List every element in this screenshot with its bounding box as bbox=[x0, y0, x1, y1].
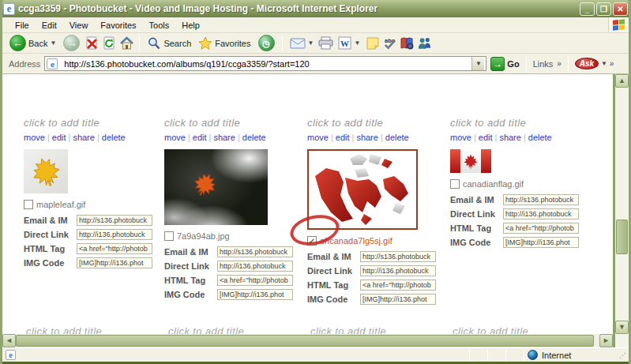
item-title[interactable]: click to add title bbox=[307, 117, 443, 129]
action-delete[interactable]: delete bbox=[102, 133, 126, 142]
back-label: Back bbox=[28, 39, 47, 48]
direct-link-input[interactable]: http://i136.photobuck bbox=[77, 229, 152, 240]
edit-with-word-button[interactable]: W ▼ bbox=[336, 36, 362, 51]
direct-link-input[interactable]: http://i136.photobuck bbox=[360, 265, 436, 276]
item-title[interactable]: click to add title bbox=[450, 117, 586, 129]
minimize-button[interactable]: _ bbox=[580, 2, 595, 16]
menu-favorites[interactable]: Favorites bbox=[94, 19, 142, 32]
img-code-input[interactable]: [IMG]http://i136.phot bbox=[217, 289, 293, 300]
menu-view[interactable]: View bbox=[63, 19, 95, 32]
forward-button[interactable]: → bbox=[61, 34, 82, 52]
img-code-input[interactable]: [IMG]http://i136.phot bbox=[360, 294, 436, 305]
print-icon bbox=[318, 36, 333, 50]
action-share[interactable]: share bbox=[73, 133, 95, 142]
direct-link-input[interactable]: http://i136.photobuck bbox=[217, 261, 293, 272]
notes-button[interactable] bbox=[365, 36, 380, 51]
links-label[interactable]: Links bbox=[533, 59, 554, 69]
links-chevron-icon[interactable]: » bbox=[557, 59, 562, 68]
action-share[interactable]: share bbox=[356, 133, 378, 142]
html-tag-input[interactable]: <a href="http://photob bbox=[77, 243, 152, 254]
next-row-title[interactable]: click to add title bbox=[26, 325, 102, 334]
html-tag-input[interactable]: <a href="http://photob bbox=[217, 275, 293, 286]
print-button[interactable] bbox=[318, 36, 333, 51]
orange-leaf-icon bbox=[191, 170, 220, 198]
select-checkbox[interactable] bbox=[164, 231, 174, 241]
mail-dropdown-icon[interactable]: ▼ bbox=[308, 39, 314, 47]
research-button[interactable] bbox=[400, 36, 415, 51]
thumbnail-leaf-on-rock[interactable] bbox=[164, 149, 268, 225]
vertical-scrollbar[interactable]: ▲ ▼ bbox=[615, 74, 629, 334]
email-im-input[interactable]: http://s136.photobuck bbox=[217, 246, 293, 257]
action-move[interactable]: move bbox=[24, 133, 45, 142]
field-label: Email & IM bbox=[164, 247, 217, 257]
go-button[interactable]: → Go bbox=[490, 57, 519, 71]
action-edit[interactable]: edit bbox=[479, 133, 493, 142]
action-move[interactable]: move bbox=[164, 133, 186, 142]
item-title[interactable]: click to add title bbox=[164, 117, 300, 129]
close-button[interactable]: ✕ bbox=[613, 2, 628, 16]
menu-file[interactable]: File bbox=[9, 19, 36, 32]
next-row-title[interactable]: click to add title bbox=[310, 325, 386, 334]
action-share[interactable]: share bbox=[499, 133, 521, 142]
back-button[interactable]: ← Back ▼ bbox=[7, 34, 58, 52]
favorites-star-icon bbox=[198, 36, 212, 51]
action-move[interactable]: move bbox=[450, 133, 471, 142]
address-dropdown-icon[interactable]: ▼ bbox=[471, 57, 484, 70]
email-im-input[interactable]: http://s136.photobuck bbox=[77, 215, 152, 226]
search-button[interactable]: Search bbox=[145, 36, 193, 51]
next-row-title[interactable]: click to add title bbox=[168, 325, 244, 334]
menu-edit[interactable]: Edit bbox=[36, 19, 63, 32]
mail-button[interactable]: ▼ bbox=[287, 36, 317, 50]
home-button[interactable] bbox=[119, 36, 134, 51]
address-url[interactable]: http://s136.photobucket.com/albums/q191/… bbox=[64, 59, 468, 69]
horizontal-scrollbar[interactable]: ◄ ► bbox=[2, 334, 613, 347]
favorites-button[interactable]: Favorites bbox=[196, 36, 253, 51]
select-checkbox[interactable] bbox=[450, 179, 460, 189]
html-tag-input[interactable]: <a href="http://photob bbox=[503, 223, 579, 234]
menu-help[interactable]: Help bbox=[175, 19, 206, 32]
email-im-input[interactable]: http://s136.photobuck bbox=[503, 194, 579, 205]
spellcheck-button[interactable]: abc bbox=[382, 36, 397, 51]
separator: | bbox=[378, 133, 385, 142]
action-delete[interactable]: delete bbox=[528, 133, 552, 142]
back-dropdown-icon[interactable]: ▼ bbox=[50, 39, 56, 47]
thumbnail-mapleleaf[interactable] bbox=[24, 149, 68, 193]
action-move[interactable]: move bbox=[307, 133, 329, 142]
item-title[interactable]: click to add title bbox=[24, 117, 160, 129]
action-edit[interactable]: edit bbox=[336, 133, 350, 142]
html-tag-input[interactable]: <a href="http://photob bbox=[360, 280, 436, 291]
ask-toolbar-button[interactable]: Ask ▼ » bbox=[575, 58, 614, 69]
select-checkbox[interactable] bbox=[24, 200, 33, 209]
img-code-input[interactable]: [IMG]http://i136.phot bbox=[503, 237, 579, 248]
refresh-button[interactable] bbox=[102, 36, 117, 51]
address-input[interactable]: e http://s136.photobucket.com/albums/q19… bbox=[44, 56, 486, 71]
next-row-title[interactable]: click to add title bbox=[453, 325, 528, 334]
ie-logo-icon: e bbox=[3, 3, 15, 15]
action-delete[interactable]: delete bbox=[385, 133, 409, 142]
maximize-button[interactable]: ❐ bbox=[596, 2, 611, 16]
messenger-button[interactable] bbox=[417, 36, 432, 51]
thumbnail-canadian-flag[interactable] bbox=[450, 149, 491, 173]
ask-dropdown-icon[interactable]: ▼ bbox=[601, 60, 607, 67]
edit-dropdown-icon[interactable]: ▼ bbox=[354, 39, 360, 47]
ask-chevron-icon[interactable]: » bbox=[610, 59, 614, 68]
horizontal-scroll-thumb[interactable] bbox=[16, 335, 594, 347]
stop-button[interactable] bbox=[85, 36, 100, 51]
scroll-up-icon[interactable]: ▲ bbox=[615, 74, 629, 88]
direct-link-input[interactable]: http://i136.photobuck bbox=[503, 208, 579, 220]
resize-grip[interactable]: ⋰ bbox=[619, 351, 627, 359]
history-button[interactable]: ◷ bbox=[256, 34, 277, 52]
vertical-scroll-thumb[interactable] bbox=[616, 220, 628, 254]
scroll-left-icon[interactable]: ◄ bbox=[2, 334, 16, 347]
img-code-input[interactable]: [IMG]http://i136.phot bbox=[77, 257, 152, 268]
field-label: Direct Link bbox=[307, 266, 360, 276]
action-delete[interactable]: delete bbox=[242, 133, 266, 142]
status-bar: e Internet ⋰ bbox=[2, 347, 629, 362]
action-edit[interactable]: edit bbox=[52, 133, 66, 142]
scroll-right-icon[interactable]: ► bbox=[599, 334, 613, 347]
email-im-input[interactable]: http://s136.photobuck bbox=[360, 251, 436, 262]
action-edit[interactable]: edit bbox=[193, 133, 207, 142]
scroll-down-icon[interactable]: ▼ bbox=[615, 321, 629, 334]
action-share[interactable]: share bbox=[213, 133, 235, 142]
menu-tools[interactable]: Tools bbox=[143, 19, 176, 32]
